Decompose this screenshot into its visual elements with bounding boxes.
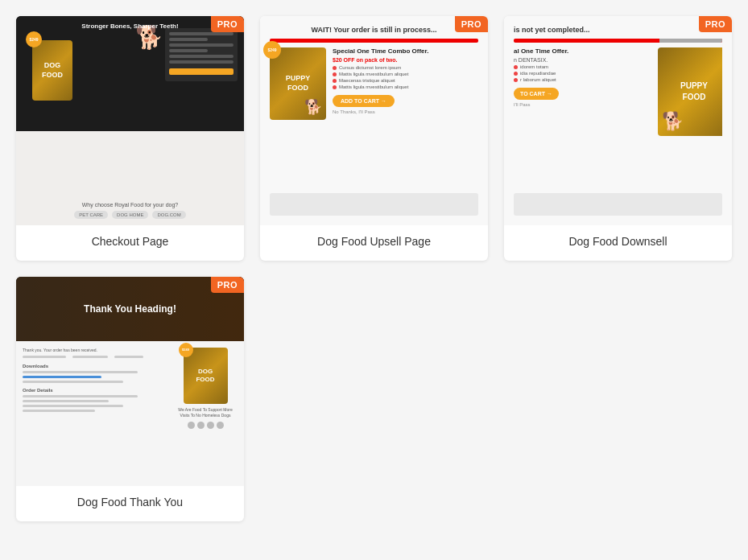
pro-badge: PRO: [211, 16, 244, 32]
upsell-content-row: PUPPY FOOD $249 🐕 Special One Time Combo…: [270, 47, 478, 188]
thankyou-downloads-label: Downloads: [23, 364, 167, 369]
downsell-wait-text: is not yet completed...: [514, 26, 722, 34]
card-upsell-page[interactable]: PRO WAIT! Your order is still in process…: [260, 16, 488, 261]
downsell-offer-title: al One Time Offer.: [514, 47, 651, 55]
thankyou-order-text: Thank you. Your order has been received.: [23, 348, 167, 352]
upsell-dog-emoji: 🐕: [304, 98, 322, 116]
checkout-why-text: Why choose Royal Food for your dog?: [82, 202, 178, 208]
thankyou-product-img: DOG FOOD $249: [184, 348, 228, 404]
thankyou-form-area: Thank you. Your order has been received.…: [23, 348, 167, 480]
downsell-dog-emoji: 🐕: [662, 111, 684, 132]
thumbnail-checkout: Stronger Bones, Sharper Teeth! DOG FOOD: [16, 16, 244, 225]
downsell-red-bar: [514, 39, 722, 43]
thankyou-product-col: DOG FOOD $249 We Are Food To Support Mor…: [173, 348, 238, 480]
thankyou-page-label: Dog Food Thank You: [16, 486, 244, 521]
pro-badge-thankyou: PRO: [211, 277, 244, 293]
downsell-no-thanks: I'll Pass: [514, 102, 651, 107]
upsell-bullet-3: Maecenas tristique aliquet: [333, 78, 478, 83]
thankyou-hero: Thank You Heading!: [16, 277, 244, 341]
thumbnail-upsell: WAIT! Your order is still in process... …: [260, 16, 488, 225]
downsell-offer-text: al One Time Offer. n DENTASIX. idorem to…: [514, 47, 651, 107]
thankyou-order-details-label: Order Details: [23, 388, 167, 393]
checkout-dog: DOG FOOD $249: [32, 36, 76, 105]
card-downsell-page[interactable]: PRO is not yet completed... al One Time …: [504, 16, 732, 261]
upsell-wait-text: WAIT! Your order is still in process...: [270, 26, 478, 34]
upsell-bullet-1: Cursus dictumst lorem ipsum: [333, 65, 478, 70]
upsell-discount: $20 OFF on pack of two.: [333, 57, 478, 63]
thankyou-mission-text: We Are Food To Support MoreVisits To No …: [178, 407, 232, 418]
thumbnail-thankyou: Thank You Heading! Thank you. Your order…: [16, 277, 244, 486]
upsell-price-badge: $249: [263, 41, 281, 59]
upsell-bottom-section: [270, 193, 478, 216]
downsell-bullet-1: idorem totam: [514, 64, 651, 69]
downsell-cart-btn[interactable]: TO CART →: [514, 88, 559, 100]
downsell-content-row: al One Time Offer. n DENTASIX. idorem to…: [514, 47, 722, 136]
downsell-product-container: PUPPY FOOD 🐕: [658, 47, 722, 136]
checkout-headline: Stronger Bones, Sharper Teeth!: [81, 23, 178, 30]
checkout-page-label: Checkout Page: [16, 225, 244, 261]
pro-badge-upsell: PRO: [455, 16, 488, 32]
thankyou-social-icons: [188, 422, 224, 429]
checkout-form: [165, 28, 238, 81]
card-checkout-page[interactable]: PRO Stronger Bones, Sharper Teeth! DOG: [16, 16, 244, 261]
upsell-offer-details: Special One Time Combo Offer. $20 OFF on…: [333, 47, 478, 114]
thumbnail-downsell: is not yet completed... al One Time Offe…: [504, 16, 732, 225]
checkout-logos: PET CARE DOG HOME DOG.COM: [74, 211, 186, 219]
downsell-bullet-2: idia repudiandae: [514, 71, 651, 76]
thankyou-content: Thank you. Your order has been received.…: [16, 341, 244, 486]
upsell-product-container: PUPPY FOOD $249 🐕: [270, 47, 326, 120]
upsell-bullet-2: Mattis ligula mvestibulum aliquet: [333, 72, 478, 76]
downsell-text: n DENTASIX.: [514, 57, 651, 63]
upsell-add-to-cart[interactable]: ADD TO CART →: [333, 95, 395, 107]
upsell-bullet-4: Mattis ligula mvestibulum aliquet: [333, 84, 478, 89]
card-thankyou-page[interactable]: PRO Thank You Heading! Thank you. Your o…: [16, 277, 244, 521]
downsell-bottom-section: [514, 193, 722, 216]
upsell-offer-title: Special One Time Combo Offer.: [333, 47, 478, 55]
upsell-no-thanks: No Thanks, I'll Pass: [333, 109, 478, 114]
downsell-bullet-3: r laborum aliquet: [514, 77, 651, 82]
downsell-page-label: Dog Food Downsell: [504, 225, 732, 261]
thankyou-heading: Thank You Heading!: [84, 303, 176, 315]
pro-badge-downsell: PRO: [699, 16, 732, 32]
upsell-red-bar: [270, 39, 478, 43]
upsell-page-label: Dog Food Upsell Page: [260, 225, 488, 261]
